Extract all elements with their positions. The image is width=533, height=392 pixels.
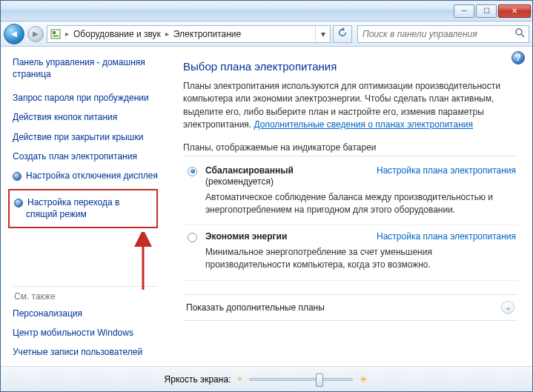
brightness-footer: Яркость экрана: ☀ ☀ [1,366,532,391]
cpl-icon [47,29,64,39]
sidebar-link-sleep[interactable]: Настройка перехода в спящий режим [14,196,150,220]
body: Панель управления - домашняя страница За… [1,47,532,366]
back-button[interactable]: ◄ [4,24,24,44]
plan-desc-balanced: Автоматическое соблюдение баланса между … [205,191,517,216]
plan-desc-saver: Минимальное энергопотребление за счет ум… [205,246,517,271]
minimize-button[interactable]: ─ [454,4,474,18]
maximize-button[interactable]: ☐ [476,4,497,18]
refresh-button[interactable] [333,25,352,43]
brightness-slider[interactable] [249,378,353,381]
navbar: ◄ ► ▸ Оборудование и звук ▸ Электропитан… [1,21,532,47]
divider [13,286,158,287]
close-icon: ✕ [512,7,517,15]
sun-bright-icon: ☀ [359,373,368,385]
intro-learn-more-link[interactable]: Дополнительные сведения о планах электро… [254,119,473,130]
titlebar: ─ ☐ ✕ [1,1,532,21]
sun-dim-icon: ☀ [236,375,243,383]
radio-saver[interactable] [188,233,197,242]
see-also-label: См. также [14,291,158,302]
address-bar[interactable]: ▸ Оборудование и звук ▸ Электропитание ▾ [47,25,331,43]
window: ─ ☐ ✕ ◄ ► ▸ Оборудование и звук ▸ Электр… [0,0,533,392]
power-plan-saver: Экономия энергии Настройка плана электро… [183,225,517,280]
main-content: ? Выбор плана электропитания Планы элект… [165,47,532,366]
sidebar-home-link[interactable]: Панель управления - домашняя страница [13,57,158,80]
see-also-personalization[interactable]: Персонализация [13,308,158,319]
plan-name-balanced: Сбалансированный (рекомендуется) [205,165,374,188]
refresh-icon [337,27,348,40]
arrow-right-icon: ► [31,28,41,39]
plan-name-text: Экономия энергии [205,231,287,242]
plan-name-saver: Экономия энергии [205,231,374,243]
intro-text: Планы электропитания используются для оп… [183,80,517,132]
section-heading: Планы, отображаемые на индикаторе батаре… [183,142,517,156]
page-title: Выбор плана электропитания [183,60,517,73]
radio-balanced[interactable] [188,167,197,176]
search-icon[interactable] [511,27,529,40]
search-input[interactable] [358,29,511,39]
power-plan-balanced: Сбалансированный (рекомендуется) Настрой… [183,159,517,226]
svg-rect-2 [53,35,59,37]
breadcrumb-seg-1[interactable]: Оборудование и звук [70,29,164,39]
see-also-mobility[interactable]: Центр мобильности Windows [13,327,158,339]
svg-point-3 [516,29,522,35]
sidebar-link-create-plan[interactable]: Создать план электропитания [13,150,158,162]
sidebar: Панель управления - домашняя страница За… [1,47,165,366]
chevron-down-icon: ⌄ [501,301,514,314]
slider-thumb[interactable] [316,373,323,387]
maximize-icon: ☐ [483,7,490,15]
svg-rect-1 [53,31,56,34]
configure-plan-link-1[interactable]: Настройка плана электропитания [377,165,517,188]
sidebar-link-password[interactable]: Запрос пароля при пробуждении [13,92,158,104]
search-box[interactable] [357,25,529,43]
chevron-right-icon: ▸ [64,30,70,38]
minimize-icon: ─ [461,7,466,15]
brightness-label: Яркость экрана: [165,374,231,385]
sidebar-link-display-off[interactable]: Настройка отключения дисплея [13,170,158,182]
close-button[interactable]: ✕ [498,4,531,18]
expand-label: Показать дополнительные планы [186,302,325,313]
sidebar-link-lid-close[interactable]: Действие при закрытии крышки [13,131,158,143]
chevron-right-icon: ▸ [164,30,171,38]
show-additional-plans[interactable]: Показать дополнительные планы ⌄ [183,294,517,321]
help-icon[interactable]: ? [512,51,525,64]
plan-name-text: Сбалансированный [205,165,294,176]
plan-recommended-text: (рекомендуется) [205,176,374,188]
breadcrumb-seg-2[interactable]: Электропитание [171,29,244,39]
sidebar-link-power-buttons[interactable]: Действия кнопок питания [13,111,158,123]
forward-button: ► [27,26,44,42]
highlighted-sidebar-item: Настройка перехода в спящий режим [8,189,158,227]
arrow-left-icon: ◄ [10,28,19,39]
configure-plan-link-2[interactable]: Настройка плана электропитания [377,231,517,243]
see-also-accounts[interactable]: Учетные записи пользователей [13,346,158,358]
svg-line-4 [521,34,524,37]
address-dropdown[interactable]: ▾ [315,26,330,42]
